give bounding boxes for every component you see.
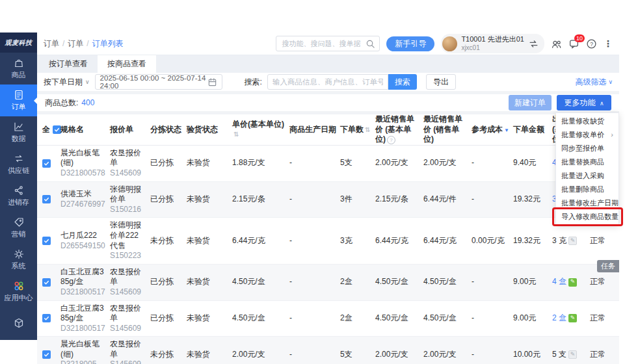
prod-date-cell: - xyxy=(289,194,340,205)
ref-cost-cell: 0.00元/克 xyxy=(472,236,513,246)
row-checkbox[interactable] xyxy=(42,159,51,168)
prod-date-cell: - xyxy=(289,236,340,246)
col-sort-status: 分拣状态 xyxy=(150,125,187,135)
col-recent-price-sale: 最近销售单价 (销售单位) xyxy=(423,114,472,145)
sidebar-item-orders[interactable]: 订单 xyxy=(0,84,37,116)
main-area: 订单 / 订单 / 订单列表 新手引导 T10001 先进先出01 xjxc01 xyxy=(37,32,619,340)
menu-item[interactable]: 批量进入采购 › xyxy=(556,169,618,183)
total-label: 商品总数: xyxy=(45,98,78,109)
table-row: 七月瓜222D265549150 张德明报价单222代售S150223 未分拣 … xyxy=(37,218,619,264)
edit-icon[interactable]: ✎ xyxy=(568,237,577,245)
inspect-status-cell: 未验货 xyxy=(187,194,232,205)
outbound-cell: 4 盒 ✎ xyxy=(552,277,590,287)
app-window: 观麦科技 商品 订单 数据 供应链 进销存 营销 系统 xyxy=(0,32,619,340)
recent-price-base-cell: 2.00元/支 xyxy=(375,350,423,360)
order-doc-icon xyxy=(13,89,25,101)
system-gear-icon xyxy=(13,248,25,260)
col-ref-cost[interactable]: 参考成本▼ xyxy=(472,125,513,135)
ref-cost-cell: - xyxy=(472,277,513,287)
filter-caret-icon[interactable]: ▼ xyxy=(504,127,509,133)
unit-price-cell: 1.88元/支 xyxy=(232,158,289,168)
recent-price-sale-cell: 6.44元/件 xyxy=(423,194,472,205)
tab-by-order[interactable]: 按订单查看 xyxy=(39,55,98,73)
status-cell: 正常 xyxy=(590,313,619,324)
inspect-status-cell: 未验货 xyxy=(187,350,232,360)
global-search-box[interactable] xyxy=(276,36,380,51)
marketing-tag-icon xyxy=(13,216,25,228)
help-circle-icon[interactable]: ? xyxy=(387,136,395,144)
status-cell: 正常 xyxy=(590,236,619,246)
col-spec-name: 规格名 xyxy=(60,125,110,135)
sidebar-item-data[interactable]: 数据 xyxy=(0,116,37,148)
edit-icon[interactable]: ✎ xyxy=(568,278,577,287)
sort-status-cell: 已分拣 xyxy=(150,158,187,168)
edit-icon[interactable]: ✎ xyxy=(568,314,577,322)
menu-item[interactable]: 批量替换商品 › xyxy=(556,155,618,169)
menu-item[interactable]: 同步至报价单 › xyxy=(556,142,618,155)
row-checkbox[interactable] xyxy=(42,350,51,359)
breadcrumb-orders-2[interactable]: 订单 xyxy=(68,38,83,49)
inventory-share-icon xyxy=(13,185,25,196)
search-button[interactable]: 搜索 xyxy=(388,74,417,90)
more-functions-button[interactable]: 更多功能 ∧ xyxy=(557,95,611,110)
help-icon[interactable]: ? xyxy=(586,38,597,49)
order-qty-cell: 3件 xyxy=(340,194,375,205)
more-options-icon[interactable]: ⋮ xyxy=(604,38,613,49)
row-checkbox[interactable] xyxy=(42,314,51,322)
sidebar-item-marketing[interactable]: 营销 xyxy=(0,212,37,244)
menu-item[interactable]: 批量修改缺货 › xyxy=(556,114,618,128)
sidebar-item-supply-chain[interactable]: 供应链 xyxy=(0,148,37,180)
row-checkbox[interactable] xyxy=(42,278,51,287)
row-checkbox[interactable] xyxy=(42,195,51,203)
sidebar-item-app-center[interactable]: 应用中心 xyxy=(0,276,37,307)
row-checkbox[interactable] xyxy=(42,237,51,245)
search-icon xyxy=(366,39,375,49)
menu-item[interactable]: 批量删除商品 › xyxy=(556,183,618,196)
advanced-filter-link[interactable]: 高级筛选 ∨ xyxy=(575,77,613,88)
outbound-qty: 3 克 xyxy=(552,236,566,246)
menu-item[interactable]: 导入修改商品数量 › xyxy=(556,210,618,224)
sort-status-cell: 已分拣 xyxy=(150,277,187,287)
menu-item[interactable]: 批量修改生产日期 › xyxy=(556,196,618,210)
col-unit-price[interactable]: 单价(基本单位)⇅ xyxy=(232,120,289,140)
table-search-input[interactable] xyxy=(267,74,388,90)
sort-icon[interactable]: ⇅ xyxy=(365,126,370,133)
messages-icon[interactable]: 10 xyxy=(568,38,579,49)
sidebar-item-products[interactable]: 商品 xyxy=(0,53,37,84)
unit-price-cell: 6.44元/克 xyxy=(232,236,289,246)
unit-price-cell: 4.50元/盒 xyxy=(232,313,289,324)
col-inspect-status: 验货状态 xyxy=(187,125,232,135)
export-button[interactable]: 导出 xyxy=(426,74,456,90)
ref-cost-cell: - xyxy=(472,158,513,168)
sidebar-item-package[interactable] xyxy=(0,307,37,339)
col-order-qty[interactable]: 下单数⇅ xyxy=(340,125,375,135)
inspect-status-cell: 未验货 xyxy=(187,313,232,324)
date-type-dropdown[interactable]: 按下单日期 ∨ xyxy=(44,77,90,88)
date-range-input[interactable]: 2025-06-15 00:00 ~ 2025-07-14 24:00 xyxy=(95,74,222,90)
sidebar-item-system[interactable]: 系统 xyxy=(0,244,37,276)
outbound-qty: 2 盒 xyxy=(552,313,566,324)
sort-icon[interactable]: ⇅ xyxy=(233,131,239,138)
package-box-icon xyxy=(13,317,25,329)
breadcrumb-orders-1[interactable]: 订单 xyxy=(44,38,59,49)
order-qty-cell: 2盒 xyxy=(340,277,375,287)
outbound-qty: 4 盒 xyxy=(552,277,566,287)
new-order-button[interactable]: 新建订单 xyxy=(509,95,552,110)
edit-icon[interactable]: ✎ xyxy=(568,350,577,359)
menu-item[interactable]: 批量修改单价 › xyxy=(556,128,618,142)
chevron-down-icon: ∨ xyxy=(608,79,613,85)
breadcrumb-order-list[interactable]: 订单列表 xyxy=(92,38,124,49)
spec-name-cell: 七月瓜222D265549150 xyxy=(60,231,110,251)
task-tag[interactable]: 任务 xyxy=(597,260,619,272)
user-menu[interactable]: T10001 先进先出01 xjxc01 xyxy=(441,34,544,53)
beginner-guide-button[interactable]: 新手引导 xyxy=(386,36,434,51)
sort-status-cell: 已分拣 xyxy=(150,194,187,205)
tab-by-product[interactable]: 按商品查看 xyxy=(98,55,156,73)
switch-account-icon[interactable] xyxy=(528,38,539,49)
quote-cell: 农垦报价单S145609 xyxy=(110,304,150,334)
contacts-icon[interactable] xyxy=(551,38,562,49)
outbound-cell: 3 克 ✎ xyxy=(552,236,590,246)
global-search-input[interactable] xyxy=(280,39,366,48)
inspect-status-cell: 未验货 xyxy=(187,158,232,168)
sidebar-item-inventory[interactable]: 进销存 xyxy=(0,180,37,212)
